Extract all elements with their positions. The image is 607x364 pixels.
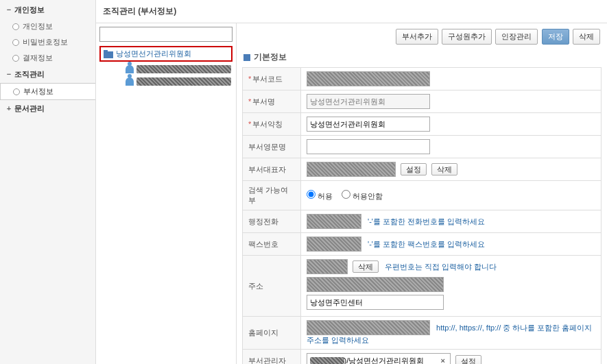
tree-child-node[interactable] (99, 75, 233, 88)
admin-phone-input[interactable] (307, 214, 361, 229)
add-dept-button[interactable]: 부서추가 (396, 29, 438, 45)
hint-phone: '-'를 포함한 전화번호를 입력하세요 (368, 217, 485, 226)
nav-item-dept-info[interactable]: 부서정보 (0, 83, 95, 100)
fax-input[interactable] (307, 236, 361, 252)
svg-rect-1 (104, 50, 108, 53)
radio-icon (12, 23, 19, 30)
radio-deny[interactable]: 허용안함 (342, 192, 383, 200)
hint-fax: '-'를 포함한 팩스번호를 입력하세요 (368, 240, 485, 248)
page-title: 조직관리 (부서정보) (96, 0, 607, 23)
hint-postal: 우편번호는 직접 입력해야 합니다 (385, 263, 497, 271)
person-icon (126, 77, 134, 86)
postal-input[interactable] (307, 259, 348, 274)
rep-del-button[interactable]: 삭제 (431, 163, 457, 175)
form-panel: 부서추가 구성원추가 인장관리 저장 삭제 기본정보 *부서코드 (237, 23, 607, 364)
folder-icon (104, 50, 113, 58)
radio-allow[interactable]: 허용 (307, 192, 333, 200)
address1-input[interactable] (307, 277, 444, 292)
person-icon (126, 65, 134, 73)
label-admin-phone: 행정전화 (243, 210, 301, 233)
tree-root-label[interactable]: 낭성면선거관리위원회 (116, 49, 191, 59)
dept-code-input[interactable] (307, 71, 430, 86)
nav-group-label: 문서관리 (14, 104, 45, 112)
seal-mgmt-button[interactable]: 인장관리 (495, 29, 538, 45)
nav-group-doc[interactable]: + 문서관리 (0, 100, 95, 117)
searchable-deny-radio[interactable] (342, 190, 350, 199)
left-navigation: − 개인정보 개인정보 비밀번호정보 결재정보 − 조직관리 부서정보 + 문서… (0, 0, 96, 364)
basic-info-table: *부서코드 *부서명 *부서약칭 부서영문명 (242, 67, 602, 364)
nav-item-password-info[interactable]: 비밀번호정보 (0, 34, 95, 50)
minus-icon: − (5, 5, 12, 14)
nav-group-personal[interactable]: − 개인정보 (0, 1, 95, 19)
radio-icon (13, 88, 20, 95)
address2-input[interactable] (307, 295, 444, 310)
dept-abbr-input[interactable] (307, 117, 430, 132)
tree-root-node[interactable]: 낭성면선거관리위원회 (99, 46, 233, 62)
nav-group-label: 조직관리 (14, 70, 45, 78)
tree-search-input[interactable] (99, 27, 233, 42)
radio-icon (12, 39, 19, 46)
dept-rep-input[interactable] (307, 162, 396, 177)
label-address: 주소 (243, 256, 301, 317)
label-dept-name: *부서명 (243, 90, 301, 113)
manager-set-button[interactable]: 설정 (455, 355, 481, 364)
save-button[interactable]: 저장 (542, 29, 569, 45)
delete-button[interactable]: 삭제 (573, 29, 600, 45)
postal-del-button[interactable]: 삭제 (353, 260, 379, 273)
manager-field[interactable]: × (307, 353, 451, 364)
rep-set-button[interactable]: 설정 (401, 163, 427, 175)
clear-icon[interactable]: × (439, 356, 447, 364)
label-manager: 부서관리자 (243, 350, 301, 365)
label-fax: 팩스번호 (243, 233, 301, 256)
dept-eng-input[interactable] (307, 139, 430, 154)
label-dept-code: *부서코드 (243, 68, 301, 90)
masked-text (310, 357, 344, 364)
homepage-input[interactable] (307, 320, 430, 335)
section-basic-info: 기본정보 (242, 49, 602, 66)
dept-tree-panel: 낭성면선거관리위원회 (96, 23, 237, 364)
searchable-allow-radio[interactable] (307, 190, 316, 199)
plus-icon: + (5, 104, 12, 112)
nav-group-org[interactable]: − 조직관리 (0, 66, 95, 83)
nav-group-label: 개인정보 (14, 5, 45, 14)
add-member-button[interactable]: 구성원추가 (442, 29, 492, 45)
label-dept-eng: 부서영문명 (243, 136, 301, 158)
masked-text (136, 77, 231, 86)
label-dept-rep: 부서대표자 (243, 158, 301, 181)
label-dept-abbr: *부서약칭 (243, 113, 301, 136)
nav-item-approval-info[interactable]: 결재정보 (0, 50, 95, 66)
label-searchable: 검색 가능여부 (243, 181, 301, 210)
dept-name-input[interactable] (307, 94, 430, 109)
manager-input[interactable] (344, 354, 439, 364)
nav-item-personal-info[interactable]: 개인정보 (0, 19, 95, 34)
masked-text (136, 65, 231, 73)
radio-icon (12, 55, 19, 62)
label-homepage: 홈페이지 (243, 317, 301, 350)
minus-icon: − (5, 70, 12, 78)
toolbar: 부서추가 구성원추가 인장관리 저장 삭제 (242, 27, 602, 49)
tree-child-node[interactable] (99, 63, 233, 75)
square-icon (243, 54, 250, 61)
